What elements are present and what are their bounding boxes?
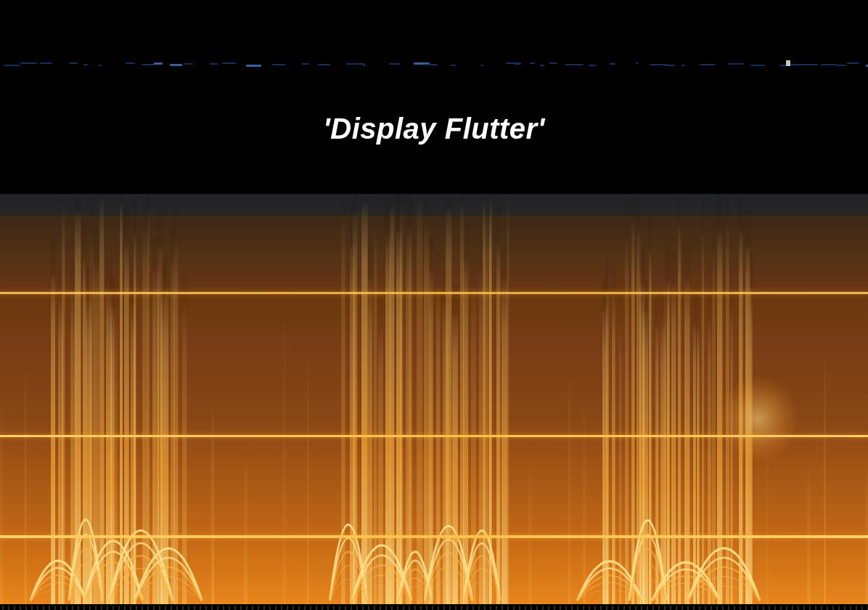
svg-rect-21 <box>147 207 150 604</box>
timeline-strip <box>0 606 868 610</box>
svg-rect-2 <box>0 194 868 216</box>
spectrogram-display <box>0 194 868 604</box>
svg-point-100 <box>718 375 798 463</box>
svg-rect-89 <box>211 400 214 604</box>
harmonic-line-2 <box>0 435 868 437</box>
svg-rect-48 <box>452 314 458 604</box>
svg-rect-57 <box>501 280 507 604</box>
svg-rect-87 <box>0 403 3 604</box>
svg-rect-73 <box>671 284 676 604</box>
svg-rect-75 <box>684 279 689 604</box>
harmonic-line-3 <box>0 535 868 538</box>
svg-rect-19 <box>134 232 136 604</box>
svg-rect-79 <box>708 320 711 604</box>
svg-rect-94 <box>568 370 570 604</box>
svg-rect-92 <box>307 354 308 604</box>
overlay-title: 'Display Flutter' <box>0 113 868 145</box>
svg-rect-37 <box>390 206 394 604</box>
svg-rect-98 <box>824 350 826 604</box>
svg-rect-60 <box>606 289 609 604</box>
svg-rect-64 <box>631 221 635 604</box>
svg-rect-77 <box>697 326 700 604</box>
svg-rect-47 <box>446 207 451 604</box>
svg-rect-15 <box>114 308 118 604</box>
svg-rect-3 <box>51 274 55 604</box>
harmonic-line-1 <box>0 292 868 294</box>
svg-rect-62 <box>619 323 621 604</box>
svg-rect-41 <box>409 224 412 604</box>
svg-rect-58 <box>507 198 509 604</box>
svg-rect-42 <box>417 199 422 604</box>
svg-rect-96 <box>766 446 769 604</box>
svg-rect-20 <box>142 229 148 604</box>
svg-rect-90 <box>244 453 247 604</box>
svg-rect-56 <box>496 243 500 604</box>
svg-rect-76 <box>693 322 696 604</box>
svg-rect-93 <box>528 460 531 604</box>
svg-rect-39 <box>400 202 403 604</box>
svg-rect-59 <box>602 309 607 604</box>
svg-rect-74 <box>678 224 681 604</box>
svg-rect-5 <box>62 204 65 604</box>
screenshot-stage: 'Display Flutter' <box>0 0 868 610</box>
svg-rect-72 <box>667 280 670 604</box>
svg-rect-78 <box>702 230 704 604</box>
svg-rect-50 <box>463 259 468 604</box>
svg-rect-25 <box>164 287 168 604</box>
svg-rect-32 <box>361 201 368 604</box>
svg-rect-67 <box>642 310 648 604</box>
svg-rect-14 <box>110 306 115 604</box>
svg-rect-8 <box>83 256 86 604</box>
svg-rect-99 <box>865 463 868 604</box>
svg-rect-52 <box>479 272 483 604</box>
top-noise-band <box>0 57 868 71</box>
svg-rect-61 <box>612 295 615 604</box>
svg-rect-97 <box>807 463 810 604</box>
svg-rect-91 <box>284 312 285 604</box>
svg-rect-95 <box>583 403 586 604</box>
svg-rect-35 <box>378 327 383 604</box>
svg-rect-12 <box>99 198 104 604</box>
svg-rect-43 <box>424 223 430 604</box>
svg-rect-88 <box>25 367 26 604</box>
